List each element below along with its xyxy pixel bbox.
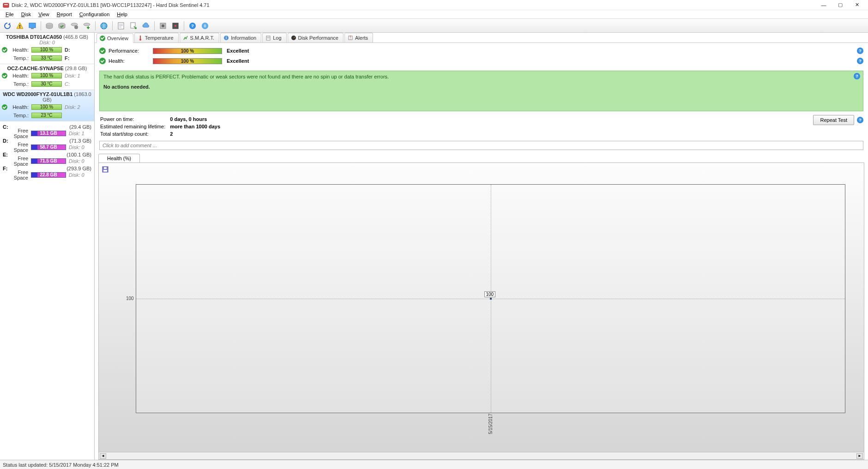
svg-rect-3	[19, 27, 20, 28]
tab-alerts[interactable]: !Alerts	[344, 33, 373, 42]
refresh-icon[interactable]	[2, 20, 13, 31]
start-stop-value: 2	[170, 131, 224, 137]
svg-point-24	[139, 39, 141, 41]
svg-text:i: i	[226, 35, 227, 40]
sidebar: TOSHIBA DT01ACA050 (465.8 GB) Disk: 0Hea…	[0, 33, 95, 460]
send-report-icon[interactable]	[128, 20, 139, 31]
volume-item[interactable]: F:(293.9 GB)Free Space22.8 GBDisk: 0	[0, 165, 94, 179]
alert-icon: !	[348, 35, 353, 41]
tool-icon-2[interactable]	[170, 20, 181, 31]
help-icon[interactable]: ?	[857, 117, 863, 123]
menubar: File Disk View Report Configuration Help	[0, 10, 868, 19]
help-icon[interactable]: ?	[857, 58, 863, 64]
report-icon[interactable]	[115, 20, 127, 31]
check-icon	[100, 36, 105, 41]
tab-log[interactable]: Log	[262, 33, 286, 42]
app-icon	[3, 2, 9, 8]
close-button[interactable]: ✕	[849, 0, 865, 10]
disk-check-icon[interactable]	[56, 20, 67, 31]
remaining-lifetime-value: more than 1000 days	[170, 123, 224, 130]
svg-rect-17	[119, 27, 121, 27]
smart-icon	[183, 35, 188, 41]
start-stop-label: Total start/stop count:	[100, 131, 169, 137]
disk-plus-icon[interactable]	[81, 20, 92, 31]
chart-point	[490, 298, 492, 300]
svg-point-22	[175, 25, 176, 27]
check-icon	[2, 104, 7, 110]
svg-rect-12	[87, 27, 90, 28]
menu-file[interactable]: File	[2, 10, 18, 19]
volume-item[interactable]: C:(29.4 GB)Free Space13.1 GBDisk: 1	[0, 123, 94, 137]
svg-rect-16	[119, 25, 123, 26]
chart-plot: 100 100 5/15/2017	[136, 184, 845, 413]
status-action: No actions needed.	[103, 84, 859, 90]
scroll-left-icon[interactable]: ◄	[100, 453, 106, 459]
info-tab-icon: i	[223, 35, 229, 41]
volume-item[interactable]: D:(71.3 GB)Free Space58.7 GBDisk: 0	[0, 137, 94, 151]
minimize-button[interactable]: —	[815, 0, 832, 10]
tab-information[interactable]: iInformation	[220, 33, 261, 42]
content-tabs: Overview Temperature S.M.A.R.T. iInforma…	[95, 33, 868, 43]
chart-tab-health[interactable]: Health (%)	[98, 154, 140, 162]
warning-icon[interactable]	[14, 20, 25, 31]
chart-horizontal-scrollbar[interactable]: ◄ ►	[99, 452, 864, 459]
svg-point-20	[162, 24, 164, 27]
info-icon[interactable]: i	[199, 20, 211, 31]
disk-item[interactable]: OCZ-CACHE-SYNAPSE (29.8 GB) Health:100 %…	[0, 64, 94, 90]
menu-report[interactable]: Report	[53, 10, 76, 19]
menu-view[interactable]: View	[35, 10, 53, 19]
tool-icon-1[interactable]	[157, 20, 169, 31]
performance-label: Performance:	[108, 48, 153, 54]
tab-temperature[interactable]: Temperature	[134, 33, 179, 42]
disk-item[interactable]: TOSHIBA DT01ACA050 (465.8 GB) Disk: 0Hea…	[0, 33, 94, 64]
help-icon[interactable]: ?	[857, 48, 863, 54]
tab-overview[interactable]: Overview	[96, 33, 133, 43]
disk-grey-icon[interactable]	[44, 20, 55, 31]
toolbar: ? i	[0, 19, 868, 33]
comment-section	[99, 141, 863, 150]
svg-rect-15	[119, 24, 123, 24]
svg-point-8	[71, 23, 78, 26]
tab-performance[interactable]: Disk Performance	[288, 33, 344, 42]
svg-point-10	[84, 23, 90, 26]
svg-rect-0	[3, 3, 9, 7]
svg-rect-5	[31, 28, 34, 29]
titlebar: Disk: 2, WDC WD2000FYYZ-01UL1B1 [WD-WCC1…	[0, 0, 868, 10]
svg-rect-23	[140, 36, 141, 39]
svg-rect-35	[104, 167, 107, 169]
menu-help[interactable]: Help	[113, 10, 131, 19]
tab-smart[interactable]: S.M.A.R.T.	[180, 33, 220, 42]
disk-item[interactable]: WDC WD2000FYYZ-01UL1B1 (1863.0 GB) Healt…	[0, 90, 94, 121]
help-icon[interactable]: ?	[187, 20, 198, 31]
globe-icon[interactable]	[98, 20, 109, 31]
check-icon	[2, 73, 7, 78]
status-text: The hard disk status is PERFECT. Problem…	[103, 74, 859, 79]
stats-section: Power on time:0 days, 0 hours Estimated …	[95, 113, 868, 139]
menu-disk[interactable]: Disk	[18, 10, 35, 19]
status-box: The hard disk status is PERFECT. Problem…	[99, 71, 863, 111]
volume-item[interactable]: E:(100.1 GB)Free Space71.5 GBDisk: 0	[0, 151, 94, 165]
scroll-right-icon[interactable]: ►	[856, 453, 863, 459]
menu-configuration[interactable]: Configuration	[76, 10, 113, 19]
comment-input[interactable]	[99, 141, 863, 150]
power-on-time-label: Power on time:	[100, 116, 169, 122]
window-title: Disk: 2, WDC WD2000FYYZ-01UL1B1 [WD-WCC1…	[12, 2, 815, 8]
svg-rect-2	[19, 25, 20, 27]
check-icon	[99, 48, 106, 54]
save-chart-icon[interactable]	[101, 165, 110, 174]
help-icon[interactable]: ?	[854, 73, 860, 79]
maximize-button[interactable]: ▢	[832, 0, 849, 10]
cloud-icon[interactable]	[140, 20, 151, 31]
svg-point-9	[74, 25, 78, 29]
performance-rating: Excellent	[227, 48, 249, 54]
svg-rect-4	[29, 23, 36, 28]
svg-rect-29	[267, 38, 270, 38]
health-label: Health:	[108, 58, 153, 64]
check-icon	[2, 47, 7, 53]
health-rating: Excellent	[227, 58, 249, 64]
monitor-icon[interactable]	[27, 20, 38, 31]
repeat-test-button[interactable]: Repeat Test	[813, 115, 854, 125]
disk-gear-icon[interactable]	[69, 20, 80, 31]
chart-y-tick: 100	[126, 296, 134, 301]
log-icon	[265, 35, 271, 41]
